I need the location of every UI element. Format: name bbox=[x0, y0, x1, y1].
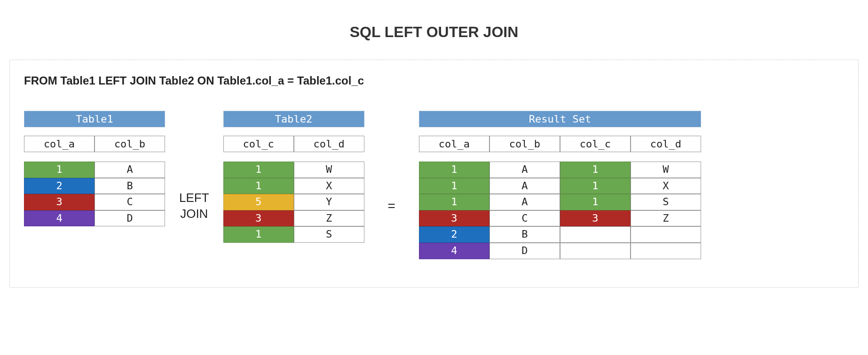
table1: col_a col_b 1 A 2 B 3 C bbox=[24, 136, 165, 226]
cell-col_b: C bbox=[489, 210, 560, 227]
table-row: 1 A 1 W bbox=[419, 162, 701, 178]
cell-col_b: B bbox=[95, 178, 165, 194]
table-row: 1 W bbox=[223, 162, 364, 178]
table2-header-row: col_c col_d bbox=[223, 136, 364, 152]
table-row: 4 D bbox=[24, 210, 165, 227]
cell-col_d: Y bbox=[294, 194, 364, 210]
table2-header-col_c: col_c bbox=[223, 136, 294, 152]
cell-col_a: 1 bbox=[419, 178, 489, 194]
cell-col_d bbox=[631, 226, 701, 243]
tables-row: Table1 col_a col_b 1 A 2 B bbox=[24, 111, 844, 259]
cell-col_c: 3 bbox=[223, 210, 294, 227]
result-table: col_a col_b col_c col_d 1 A 1 W 1 A bbox=[419, 136, 701, 259]
table1-header-col_b: col_b bbox=[95, 136, 165, 152]
left-join-label: LEFT JOIN bbox=[165, 190, 223, 222]
cell-col_b: D bbox=[489, 243, 560, 259]
cell-col_d: W bbox=[294, 162, 364, 178]
table-row: 1 S bbox=[223, 226, 364, 243]
table1-block: Table1 col_a col_b 1 A 2 B bbox=[24, 111, 165, 226]
cell-col_d: S bbox=[631, 194, 701, 210]
cell-col_c bbox=[560, 243, 631, 259]
result-header-row: col_a col_b col_c col_d bbox=[419, 136, 701, 152]
equals-label: = bbox=[364, 198, 419, 215]
table-row: 2 B bbox=[24, 178, 165, 194]
cell-col_a: 2 bbox=[24, 178, 95, 194]
table-row: 1 A 1 X bbox=[419, 178, 701, 194]
result-header-col_a: col_a bbox=[419, 136, 489, 152]
table1-title: Table1 bbox=[24, 111, 165, 127]
table2: col_c col_d 1 W 1 X 5 Y bbox=[223, 136, 364, 243]
result-header-col_d: col_d bbox=[631, 136, 701, 152]
cell-col_b: D bbox=[95, 210, 165, 227]
table-row: 5 Y bbox=[223, 194, 364, 210]
cell-col_c: 1 bbox=[223, 178, 294, 194]
cell-col_d: Z bbox=[294, 210, 364, 227]
cell-col_b: A bbox=[489, 178, 560, 194]
cell-col_c: 1 bbox=[560, 162, 631, 178]
cell-col_d: X bbox=[631, 178, 701, 194]
sql-clause: FROM Table1 LEFT JOIN Table2 ON Table1.c… bbox=[24, 74, 844, 87]
cell-col_a: 4 bbox=[24, 210, 95, 227]
cell-col_d bbox=[631, 243, 701, 259]
table-row: 1 A 1 S bbox=[419, 194, 701, 210]
table2-title: Table2 bbox=[223, 111, 364, 127]
cell-col_c bbox=[560, 226, 631, 243]
cell-col_c: 3 bbox=[560, 210, 631, 227]
cell-col_a: 3 bbox=[24, 194, 95, 210]
table1-header-col_a: col_a bbox=[24, 136, 95, 152]
cell-col_a: 2 bbox=[419, 226, 489, 243]
cell-col_c: 1 bbox=[223, 226, 294, 243]
diagram-panel: FROM Table1 LEFT JOIN Table2 ON Table1.c… bbox=[9, 60, 859, 288]
cell-col_a: 1 bbox=[419, 194, 489, 210]
diagram-page: SQL LEFT OUTER JOIN FROM Table1 LEFT JOI… bbox=[0, 0, 868, 355]
page-title: SQL LEFT OUTER JOIN bbox=[9, 23, 859, 41]
cell-col_d: X bbox=[294, 178, 364, 194]
result-title: Result Set bbox=[419, 111, 701, 127]
table2-block: Table2 col_c col_d 1 W 1 X bbox=[223, 111, 364, 243]
cell-col_d: S bbox=[294, 226, 364, 243]
cell-col_b: C bbox=[95, 194, 165, 210]
table1-header-row: col_a col_b bbox=[24, 136, 165, 152]
table-row: 3 Z bbox=[223, 210, 364, 227]
table-row: 4 D bbox=[419, 243, 701, 259]
cell-col_a: 1 bbox=[24, 162, 95, 178]
cell-col_b: B bbox=[489, 226, 560, 243]
cell-col_c: 5 bbox=[223, 194, 294, 210]
table-row: 3 C 3 Z bbox=[419, 210, 701, 227]
table-row: 2 B bbox=[419, 226, 701, 243]
cell-col_a: 3 bbox=[419, 210, 489, 227]
table2-header-col_d: col_d bbox=[294, 136, 364, 152]
cell-col_a: 1 bbox=[419, 162, 489, 178]
cell-col_c: 1 bbox=[560, 178, 631, 194]
result-block: Result Set col_a col_b col_c col_d 1 A 1… bbox=[419, 111, 701, 259]
cell-col_a: 4 bbox=[419, 243, 489, 259]
table-row: 1 X bbox=[223, 178, 364, 194]
cell-col_b: A bbox=[95, 162, 165, 178]
cell-col_c: 1 bbox=[560, 194, 631, 210]
cell-col_b: A bbox=[489, 162, 560, 178]
cell-col_b: A bbox=[489, 194, 560, 210]
cell-col_d: Z bbox=[631, 210, 701, 227]
table-row: 1 A bbox=[24, 162, 165, 178]
result-header-col_c: col_c bbox=[560, 136, 631, 152]
cell-col_d: W bbox=[631, 162, 701, 178]
table-row: 3 C bbox=[24, 194, 165, 210]
result-header-col_b: col_b bbox=[489, 136, 560, 152]
cell-col_c: 1 bbox=[223, 162, 294, 178]
